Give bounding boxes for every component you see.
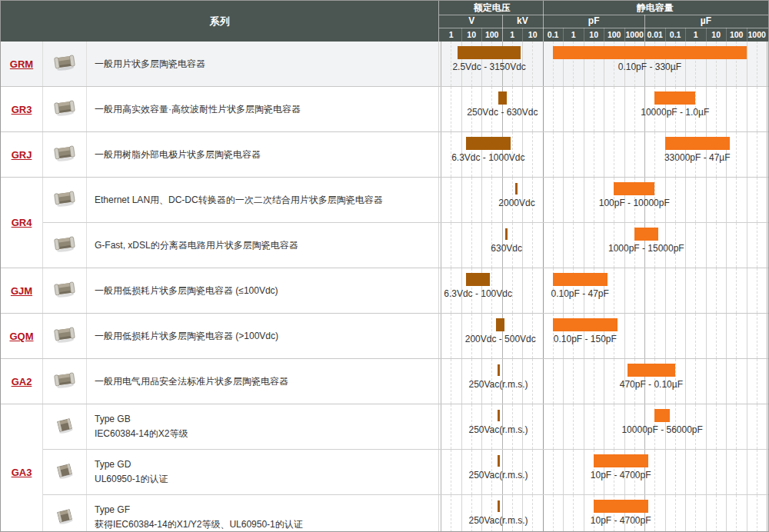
description-line: G-Fast, xDSL的分离器电路用片状多层陶瓷电容器 [95,238,438,253]
grid-line [747,223,747,268]
capacitance-range-bar [594,500,648,513]
capacitance-range-label: 0.10pF - 150pF [493,334,677,344]
grid-line [747,178,747,222]
capacitance-range-bar [553,318,618,331]
series-link-ga3[interactable]: GA3 [12,467,32,478]
grid-line [706,268,707,313]
series-link-gr3[interactable]: GR3 [12,104,32,115]
grid-line [584,132,584,177]
row-chart: 2.5Vdc - 3150Vdc0.10pF - 330µF [438,42,768,86]
capacitor-lineup-table: 系列 额定电压静电容量V110100kV110pF0.11101001000µF… [0,0,769,532]
axis-tick-label: 1 [563,28,584,42]
grid-dash-line [716,450,717,494]
grid-section-line [767,495,767,532]
series-link-grj[interactable]: GRJ [12,149,32,161]
unit-separator [644,15,645,42]
chip-image-cell [43,268,87,313]
row-description: 一般用高实效容量·高纹波耐性片状多层陶瓷电容器 [87,87,438,131]
table-header: 系列 额定电压静电容量V110100kV110pF0.11101001000µF… [1,1,768,42]
unit-header-µF: µF [644,15,767,28]
row-description: 一般用树脂外部电极片状多层陶瓷电容器 [87,132,438,177]
axis-tick-label: 10 [461,28,482,42]
grid-dash-line [736,178,737,222]
grid-dash-line [757,223,757,268]
grid-dash-line [695,314,696,358]
description-line: 一般用低损耗片状多层陶瓷电容器 (>100Vdc) [95,329,438,344]
description-line: 一般用电气用品安全法标准片状多层陶瓷电容器 [95,374,438,389]
grid-dash-line [757,268,757,313]
grid-dash-line [695,268,696,313]
description-line: 一般用树脂外部电极片状多层陶瓷电容器 [95,148,438,162]
description-line: Type GB [95,412,438,427]
capacitance-range-label: 470pF - 0.10µF [559,379,744,390]
axis-tick-label: 10 [584,28,604,42]
unit-separator [502,15,503,42]
series-link-grm[interactable]: GRM [10,58,33,70]
axis-tick-label: 1 [441,28,461,42]
series-cell: GRM [1,42,43,86]
capacitance-range-bar [553,273,608,286]
unit-header-pF: pF [543,15,645,28]
axis-tick-label: 10 [706,28,727,42]
grid-dash-line [532,495,533,532]
mlcc-chip-icon [52,53,78,75]
voltage-range-label: 2.5Vdc - 3150Vdc [397,62,581,72]
axis-tick-label: 100 [726,28,747,42]
chip-image-cell [43,495,87,532]
tick-separator [604,28,604,42]
row-description: G-Fast, xDSL的分离器电路用片状多层陶瓷电容器 [87,223,438,268]
grid-line [685,314,686,358]
mlcc-chip-icon [52,234,78,256]
axis-tick-label: 0.1 [665,28,686,42]
grid-line [563,495,564,532]
capacitance-range-label: 0.10pF - 330µF [558,62,742,72]
series-group-rows: 一般用高实效容量·高纹波耐性片状多层陶瓷电容器250Vdc - 630Vdc10… [43,87,768,131]
grid-dash-line [491,495,492,532]
axis-tick-label: 1 [502,28,523,42]
series-link-gqm[interactable]: GQM [9,331,33,342]
grid-line [747,359,747,404]
description-line: 一般用高实效容量·高纹波耐性片状多层陶瓷电容器 [95,102,438,117]
table-row: 一般用树脂外部电极片状多层陶瓷电容器6.3Vdc - 1000Vdc33000p… [43,132,768,177]
square-chip-icon [53,461,76,483]
series-group-rows: 一般用低损耗片状多层陶瓷电容器 (>100Vdc)200Vdc - 500Vdc… [43,314,768,358]
axis-tick-label: 10 [522,28,543,42]
chip-image-cell [43,223,87,268]
grid-dash-line [757,495,757,532]
square-chip-icon [53,507,76,528]
grid-section-line [502,495,503,532]
capacitance-range-label: 10000pF - 1.0µF [583,107,767,118]
capacitance-range-bar [634,228,658,241]
table-row: Ethernet LAN用、DC-DC转换器的一次二次结合用片状多层陶瓷电容器2… [43,178,768,222]
grid-section-line [543,495,544,532]
capacitance-range-label: 10000pF - 56000pF [570,424,754,435]
series-group-rows: 一般用低损耗片状多层陶瓷电容器 (≤100Vdc)6.3Vdc - 100Vdc… [43,268,768,313]
capacitance-range-label: 1000pF - 15000pF [554,243,738,254]
grid-section-line [441,495,441,532]
row-description: Type GDUL60950-1的认证 [87,450,438,494]
description-line: UL60950-1的认证 [95,472,438,487]
grid-dash-line [675,268,676,313]
tick-separator [522,28,523,42]
series-link-ga2[interactable]: GA2 [12,376,32,387]
series-link-gjm[interactable]: GJM [11,285,32,297]
axis-tick-label: 1000 [624,28,645,42]
grid-line [706,314,707,358]
grid-line [747,268,747,313]
grid-line [726,268,727,313]
series-column-header: 系列 [1,1,438,42]
series-group-rows: Type GBIEC60384-14的X2等级250Vac(r.m.s.)100… [43,404,768,532]
row-chart: 250Vdc - 630Vdc10000pF - 1.0µF [438,87,768,131]
series-link-gr4[interactable]: GR4 [12,217,32,228]
grid-dash-line [716,268,717,313]
series-group-gjm: GJM一般用低损耗片状多层陶瓷电容器 (≤100Vdc)6.3Vdc - 100… [1,268,768,314]
table-row: Type GBIEC60384-14的X2等级250Vac(r.m.s.)100… [43,404,768,449]
row-description: Type GF获得IEC60384-14的X1/Y2等级、UL60950-1的认… [87,495,438,532]
tick-separator [584,28,584,42]
description-line: Type GD [95,457,438,472]
chart-header: 额定电压静电容量V110100kV110pF0.11101001000µF0.0… [438,1,768,42]
series-group-rows: 一般用电气用品安全法标准片状多层陶瓷电容器250Vac(r.m.s.)470pF… [43,359,768,404]
chip-image-cell [43,404,87,449]
row-chart: 250Vac(r.m.s.)10000pF - 56000pF [438,404,768,449]
series-group-ga2: GA2一般用电气用品安全法标准片状多层陶瓷电容器250Vac(r.m.s.)47… [1,359,768,404]
